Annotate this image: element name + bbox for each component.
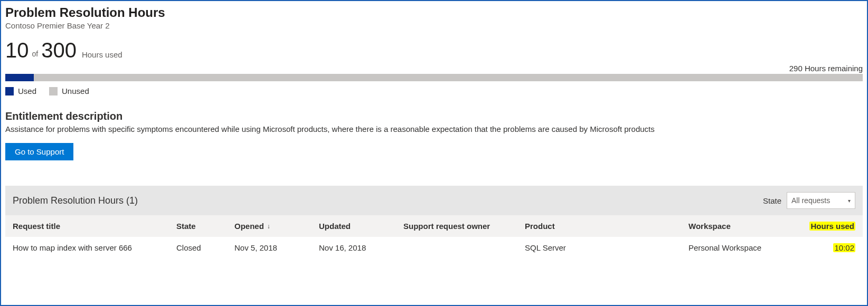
go-to-support-button[interactable]: Go to Support	[5, 143, 73, 160]
hours-used-value: 10	[5, 40, 29, 61]
subtitle: Contoso Premier Base Year 2	[5, 21, 863, 30]
state-filter: State All requests ▾	[763, 192, 855, 209]
state-filter-select[interactable]: All requests ▾	[787, 192, 855, 209]
entitlement-desc: Assistance for problems with specific sy…	[5, 125, 744, 133]
cell-hours-used-value: 10:02	[833, 243, 855, 252]
cell-request-title: How to map index with server 666	[5, 237, 158, 259]
swatch-unused-icon	[49, 87, 58, 95]
legend-unused: Unused	[49, 87, 89, 95]
col-hours-used-label: Hours used	[809, 222, 855, 231]
cell-state: Closed	[169, 237, 227, 259]
table-header-bar: Problem Resolution Hours (1) State All r…	[5, 186, 863, 215]
usage-bar-fill	[5, 74, 34, 81]
col-opened[interactable]: Opened ↓	[227, 215, 312, 237]
hours-total-value: 300	[41, 40, 77, 61]
hours-remaining: 290 Hours remaining	[5, 64, 863, 73]
legend-used-label: Used	[18, 87, 36, 95]
state-filter-value: All requests	[791, 196, 830, 205]
usage-bar	[5, 74, 863, 81]
usage-line: 10 of 300 Hours used	[5, 40, 863, 61]
cell-workspace: Personal Workspace	[681, 237, 797, 259]
chevron-down-icon: ▾	[848, 198, 851, 204]
table-header-title: Problem Resolution Hours (1)	[13, 195, 138, 206]
sort-down-icon: ↓	[267, 223, 270, 230]
swatch-used-icon	[5, 87, 14, 95]
legend-unused-label: Unused	[62, 87, 89, 95]
page-title: Problem Resolution Hours	[5, 5, 863, 20]
requests-table: Problem Resolution Hours (1) State All r…	[5, 186, 863, 259]
col-opened-label: Opened	[234, 222, 264, 231]
cell-product: SQL Server	[517, 237, 681, 259]
legend-used: Used	[5, 87, 36, 95]
state-filter-label: State	[763, 196, 781, 205]
cell-owner	[396, 242, 517, 254]
col-owner[interactable]: Support request owner	[396, 215, 517, 237]
col-state[interactable]: State	[169, 215, 227, 237]
col-hours-used[interactable]: Hours used	[797, 215, 863, 237]
entitlement-title: Entitlement description	[5, 110, 863, 122]
table-head-row: Request title State Opened ↓ Updated Sup…	[5, 215, 863, 237]
cell-hours-used: 10:02	[797, 237, 863, 259]
table-row[interactable]: How to map index with server 666 Closed …	[5, 237, 863, 259]
col-product[interactable]: Product	[517, 215, 681, 237]
cell-opened: Nov 5, 2018	[227, 237, 312, 259]
cell-updated: Nov 16, 2018	[312, 237, 396, 259]
col-workspace[interactable]: Workspace	[681, 215, 797, 237]
col-updated[interactable]: Updated	[312, 215, 396, 237]
col-request-title[interactable]: Request title	[5, 215, 169, 237]
legend: Used Unused	[5, 87, 863, 95]
hours-used-label: Hours used	[82, 50, 122, 59]
of-label: of	[32, 50, 39, 58]
